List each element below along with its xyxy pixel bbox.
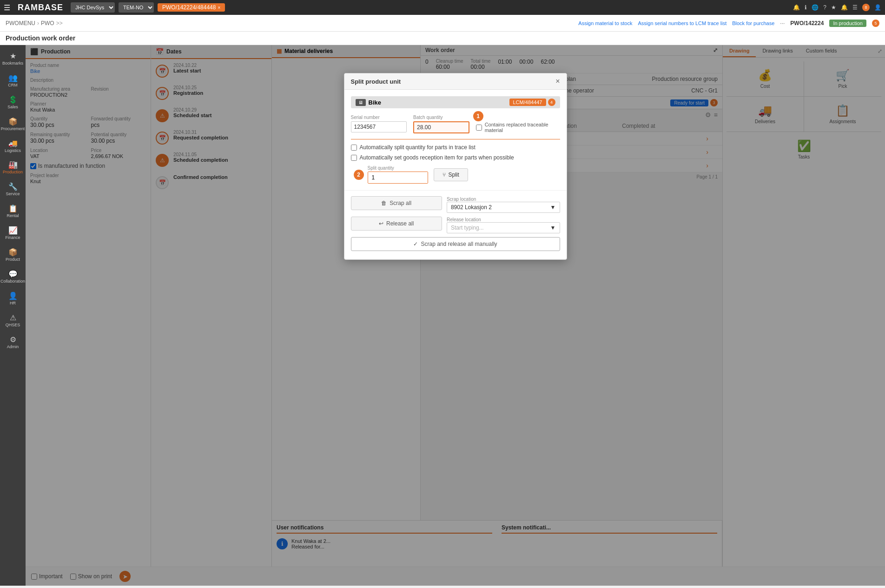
serial-number-input[interactable] — [351, 121, 407, 132]
scrap-location-label: Scrap location — [447, 197, 560, 202]
scrap-all-button[interactable]: 🗑 Scrap all — [351, 196, 442, 210]
scrap-location-select[interactable]: 8902 Lokasjon 2 ▼ — [447, 202, 560, 213]
sidebar-label-hr: HR — [10, 301, 16, 306]
sidebar-item-service[interactable]: 🔧 Service — [1, 179, 25, 199]
help-icon[interactable]: ? — [823, 4, 826, 11]
lcm-count: 4 — [548, 99, 555, 106]
split-btn-icon: ⑂ — [442, 172, 446, 178]
company-select[interactable]: JHC DevSys — [71, 2, 115, 13]
sidebar-item-rental[interactable]: 📋 Rental — [1, 201, 25, 221]
tab-close-icon[interactable]: × — [218, 5, 220, 10]
modal-divider-1 — [351, 139, 560, 139]
modal-body: 🖥 Bike LCM/484447 4 Serial number — [344, 90, 567, 190]
alert-icon[interactable]: 🔔 — [793, 4, 800, 11]
modal-header: Split product unit × — [344, 73, 567, 90]
annotation-2: 2 — [354, 170, 364, 180]
main-layout: ★ Bookmarks 👥 CRM 💲 Sales 📦 Procurement … — [0, 45, 885, 586]
auto-split-checkbox[interactable] — [351, 145, 357, 151]
sidebar-item-production[interactable]: 🏭 Production — [1, 158, 25, 178]
procurement-icon: 📦 — [8, 117, 18, 126]
split-qty-label: Split quantity — [368, 165, 428, 171]
breadcrumb: PWOMENU › PWO >> — [6, 20, 63, 26]
product-bar: 🖥 Bike LCM/484447 4 — [351, 96, 560, 108]
more-actions-button[interactable]: ··· — [780, 20, 785, 26]
rental-icon: 📋 — [8, 204, 18, 213]
menu-icon[interactable]: ☰ — [852, 4, 858, 11]
serial-number-label: Serial number — [351, 115, 407, 120]
active-tab[interactable]: PWO/142224/484448 × — [158, 3, 225, 12]
status-badge: In production — [829, 20, 866, 27]
notification-badge: 8 — [862, 4, 870, 11]
scrap-all-icon: 🗑 — [381, 200, 387, 206]
batch-qty-input[interactable] — [413, 121, 469, 133]
left-sidebar: ★ Bookmarks 👥 CRM 💲 Sales 📦 Procurement … — [0, 45, 26, 586]
batch-qty-label: Batch quantity — [413, 115, 469, 120]
release-location-label: Release location — [447, 217, 560, 222]
sidebar-item-logistics[interactable]: 🚚 Logistics — [1, 136, 25, 156]
lcm-badge[interactable]: LCM/484447 — [509, 99, 546, 106]
star-icon[interactable]: ★ — [831, 4, 836, 11]
sidebar-label-production: Production — [3, 170, 23, 175]
logistics-icon: 🚚 — [8, 139, 18, 148]
production-icon: 🏭 — [8, 160, 18, 169]
second-nav-right: Assign material to stock Assign serial n… — [578, 20, 879, 27]
split-qty-row: 2 Split quantity ▲ ▼ ⑂ — [351, 165, 560, 184]
app-logo: RAMBASE — [18, 3, 63, 13]
auto-split-checkbox-row: Automatically split quantity for parts i… — [351, 144, 560, 151]
scrap-release-icon: ✓ — [413, 241, 418, 247]
sidebar-item-procurement[interactable]: 📦 Procurement — [1, 114, 25, 134]
split-qty-input-wrapper: ▲ ▼ — [368, 172, 428, 184]
sidebar-label-crm: CRM — [8, 83, 18, 88]
serial-number-field: Serial number — [351, 115, 407, 133]
sidebar-item-collaboration[interactable]: 💬 Collaboration — [1, 267, 25, 287]
split-qty-group: 2 Split quantity ▲ ▼ — [368, 165, 428, 184]
sidebar-label-collaboration: Collaboration — [0, 279, 25, 284]
bell-icon[interactable]: 🔔 — [841, 4, 848, 11]
scrap-and-release-button[interactable]: ✓ Scrap and release all manually — [351, 237, 560, 251]
modal-title: Split product unit — [351, 78, 401, 85]
product-icon: 📦 — [8, 248, 18, 257]
tab-label: PWO/142224/484448 — [162, 4, 216, 11]
sidebar-item-sales[interactable]: 💲 Sales — [1, 92, 25, 112]
sidebar-item-admin[interactable]: ⚙ Admin — [1, 332, 25, 352]
sales-icon: 💲 — [8, 95, 18, 104]
user-avatar[interactable]: 👤 — [874, 4, 881, 11]
annotation-1: 1 — [473, 111, 483, 121]
auto-set-checkbox[interactable] — [351, 155, 357, 161]
sidebar-item-qhses[interactable]: ⚠ QHSES — [1, 311, 25, 330]
sidebar-label-logistics: Logistics — [5, 149, 21, 153]
scrap-location-row: 🗑 Scrap all Scrap location 8902 Lokasjon… — [351, 196, 560, 213]
release-all-button[interactable]: ↩ Release all — [351, 217, 442, 231]
split-qty-input[interactable] — [368, 172, 428, 183]
pwo-id: PWO/142224 — [790, 20, 824, 26]
globe-icon[interactable]: 🌐 — [812, 4, 819, 11]
contains-replaced-checkbox[interactable] — [476, 125, 482, 131]
sidebar-item-product[interactable]: 📦 Product — [1, 245, 25, 265]
action-link-block[interactable]: Block for purchase — [732, 20, 774, 26]
sidebar-item-finance[interactable]: 📈 Finance — [1, 223, 25, 243]
action-link-serial[interactable]: Assign serial numbers to LCM trace list — [638, 20, 726, 26]
sidebar-label-sales: Sales — [7, 105, 18, 110]
action-link-material[interactable]: Assign material to stock — [578, 20, 632, 26]
breadcrumb-sep1: › — [37, 20, 39, 26]
sidebar-item-bookmarks[interactable]: ★ Bookmarks — [1, 49, 25, 69]
sidebar-item-crm[interactable]: 👥 CRM — [1, 71, 25, 91]
scrap-location-group: Scrap location 8902 Lokasjon 2 ▼ — [447, 197, 560, 213]
top-nav: ☰ RAMBASE JHC DevSys TEM-NO PWO/142224/4… — [0, 0, 885, 15]
sidebar-label-bookmarks: Bookmarks — [2, 61, 23, 66]
sidebar-item-hr[interactable]: 👤 HR — [1, 289, 25, 309]
hamburger-icon[interactable]: ☰ — [4, 3, 10, 12]
modal-close-button[interactable]: × — [555, 77, 560, 86]
release-location-dropdown-icon: ▼ — [550, 225, 556, 231]
sidebar-label-finance: Finance — [5, 236, 20, 240]
split-button[interactable]: ⑂ Split — [434, 168, 468, 181]
breadcrumb-sep2: >> — [56, 20, 63, 26]
info-icon[interactable]: ℹ — [805, 4, 807, 11]
breadcrumb-pwo[interactable]: PWO — [41, 20, 54, 26]
bookmarks-icon: ★ — [10, 52, 16, 60]
sidebar-label-rental: Rental — [7, 214, 19, 218]
scrap-location-value: 8902 Lokasjon 2 — [451, 204, 492, 211]
breadcrumb-pwomenu[interactable]: PWOMENU — [6, 20, 35, 26]
release-location-select[interactable]: Start typing... ▼ — [447, 222, 560, 233]
tem-select[interactable]: TEM-NO — [119, 2, 154, 13]
